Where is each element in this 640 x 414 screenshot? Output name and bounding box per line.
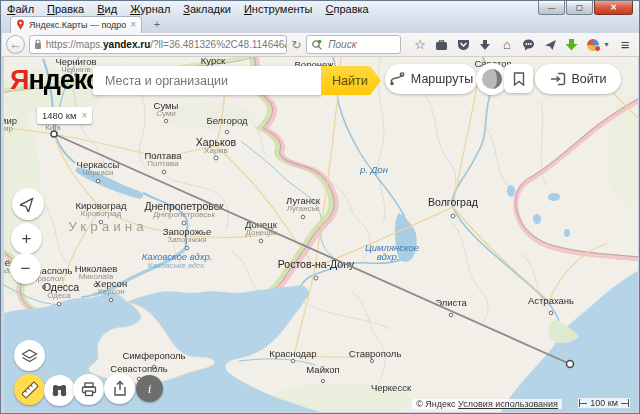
browser-tab[interactable]: Яндекс.Карты — подробн... ×: [10, 16, 142, 33]
browser-search-box[interactable]: [306, 35, 401, 54]
map-label-astrakhan: Астрахань: [528, 295, 574, 306]
map-label-cherkessk: Черкесск: [371, 382, 412, 393]
search-icon: [311, 39, 323, 51]
home-icon[interactable]: ⌂: [496, 36, 518, 54]
map-label-don-river: р. Дон: [359, 164, 389, 175]
url-domain-bold: yandex.ru: [103, 39, 150, 50]
url-domain: maps.: [76, 39, 103, 50]
route-icon: [389, 72, 405, 86]
map-label-donetsk-ua: Донецьк: [245, 228, 277, 237]
browser-search-input[interactable]: [326, 38, 396, 51]
tab-title: Яндекс.Карты — подробн...: [29, 20, 126, 30]
briefcase-icon[interactable]: [431, 36, 453, 54]
url-bar[interactable]: https://maps.yandex.ru/?ll=36.481326%2C4…: [29, 35, 287, 54]
bookmark-icon: [513, 72, 525, 86]
map-label-krasnodar: Краснодар: [269, 348, 316, 359]
menu-bookmarks[interactable]: Закладки: [183, 3, 231, 18]
downloads-icon[interactable]: [474, 36, 496, 54]
ruler-distance: 1480 км: [42, 110, 76, 121]
back-button[interactable]: ←: [6, 35, 25, 54]
window-controls: — ▢ ✕: [537, 1, 633, 15]
map-label-kirovohrad-ua: Кіровоград: [81, 209, 122, 218]
zoom-out-button[interactable]: −: [10, 253, 41, 284]
map-label-poltava-ua: Полтава: [147, 159, 179, 168]
paper-plane-icon[interactable]: [539, 36, 561, 54]
map-label-zaporizhzhia-ua: Запоріжжя: [167, 235, 206, 244]
lock-icon: [34, 39, 42, 50]
menu-tools[interactable]: Инструменты: [244, 3, 313, 18]
map-label-cherkasy-ua: Черкаси: [83, 168, 114, 177]
routes-button[interactable]: Маршруты: [385, 64, 477, 94]
map-canvas[interactable]: Чернигов Чернігів Курск Воронеж Саратов …: [4, 57, 638, 412]
menu-help[interactable]: Справка: [326, 3, 369, 18]
map-label-odesa-ua: Одеса: [47, 291, 71, 300]
url-scheme: https://: [46, 39, 76, 50]
ruler-tool-button[interactable]: [14, 374, 45, 405]
tab-close-icon[interactable]: ×: [130, 20, 136, 30]
printer-icon: [81, 382, 97, 397]
map-label-simferopol: Симферополь: [122, 350, 185, 361]
reload-icon[interactable]: ↻: [291, 38, 301, 52]
chat-bubble-icon[interactable]: [518, 36, 540, 54]
traffic-light-icon: [481, 68, 503, 90]
scale-bar: 100 км: [578, 398, 630, 408]
map-label-kakhovka-ua: Каховське вдсх.: [148, 261, 207, 270]
terms-link[interactable]: Условия использования: [458, 399, 558, 409]
login-button[interactable]: Войти: [535, 64, 621, 94]
ruler-close-icon[interactable]: ×: [81, 110, 87, 121]
scale-label: 100 км: [587, 398, 621, 408]
video-download-icon[interactable]: [561, 36, 583, 54]
print-button[interactable]: [73, 374, 104, 405]
map-label-volgograd: Волгоград: [428, 196, 478, 208]
map-label-stavropol: Ставрополь: [349, 348, 402, 359]
extension-badge-icon[interactable]: [583, 36, 605, 54]
navigation-bar: ← https://maps.yandex.ru/?ll=36.481326%2…: [2, 33, 640, 57]
locate-button[interactable]: [12, 188, 44, 220]
map-label-sumy-ua: Суми: [156, 109, 176, 118]
map-label-ukraine: Украина: [68, 219, 147, 234]
map-label-maykop: Майкоп: [306, 364, 339, 375]
ruler-distance-badge[interactable]: 1480 км ×: [37, 107, 92, 124]
login-icon: [550, 72, 566, 86]
map-label-kherson-ua: Херсон: [97, 287, 124, 296]
browser-window: Файл Правка Вид Журнал Закладки Инструме…: [0, 0, 640, 414]
close-button[interactable]: ✕: [594, 1, 633, 15]
map-attribution: © Яндекс Условия использования: [412, 399, 562, 409]
menu-hamburger-icon[interactable]: ≡: [614, 36, 636, 53]
minimize-button[interactable]: —: [538, 1, 565, 15]
find-button[interactable]: Найти: [321, 66, 381, 95]
panorama-button[interactable]: [44, 375, 75, 406]
map-label-luhansk-ua: Луганськ: [287, 204, 320, 213]
bookmarks-button[interactable]: [504, 64, 533, 93]
ruler-icon: [20, 380, 40, 400]
map-label-rostov: Ростов-на-Дону: [278, 258, 355, 270]
bookmark-star-icon[interactable]: ☆: [409, 36, 431, 54]
binoculars-icon: [51, 383, 68, 398]
info-button[interactable]: i: [136, 375, 163, 402]
pocket-icon[interactable]: [453, 36, 475, 54]
zoom-in-button[interactable]: +: [11, 223, 42, 254]
layers-icon: [21, 348, 38, 364]
yandex-logo[interactable]: Яндекс: [10, 65, 100, 96]
url-path: /?ll=36.481326%2C48.114646&spn=1.9857: [150, 39, 287, 50]
map-label-kursk: Курск: [201, 57, 226, 66]
map-pin-icon: [16, 19, 25, 31]
toolbar-overflow-caret[interactable]: ▾: [604, 40, 614, 49]
map-search-box[interactable]: [93, 66, 321, 95]
ruler-endpoint-start[interactable]: [51, 131, 57, 137]
share-icon: [112, 380, 128, 397]
map-label-dnipro-ua: Дніпропетровськ: [153, 210, 215, 219]
map-label-kharkiv-ua: Харків: [204, 146, 228, 155]
share-button[interactable]: [104, 373, 135, 404]
new-tab-button[interactable]: +: [149, 18, 165, 31]
window-titlebar: Файл Правка Вид Журнал Закладки Инструме…: [1, 1, 639, 33]
maximize-button[interactable]: ▢: [566, 1, 593, 15]
navigation-arrow-icon: [20, 196, 36, 212]
map-viewport[interactable]: Чернигов Чернігів Курск Воронеж Саратов …: [4, 57, 638, 412]
layers-button[interactable]: [14, 340, 45, 371]
ruler-endpoint-end[interactable]: [567, 361, 574, 368]
map-label-zhytomyr-ua: Житомир: [4, 124, 14, 133]
map-search-input[interactable]: [103, 73, 303, 89]
map-label-tsimlyansk-2: вдхр.: [377, 251, 400, 262]
copyright-text: © Яндекс: [416, 399, 455, 409]
